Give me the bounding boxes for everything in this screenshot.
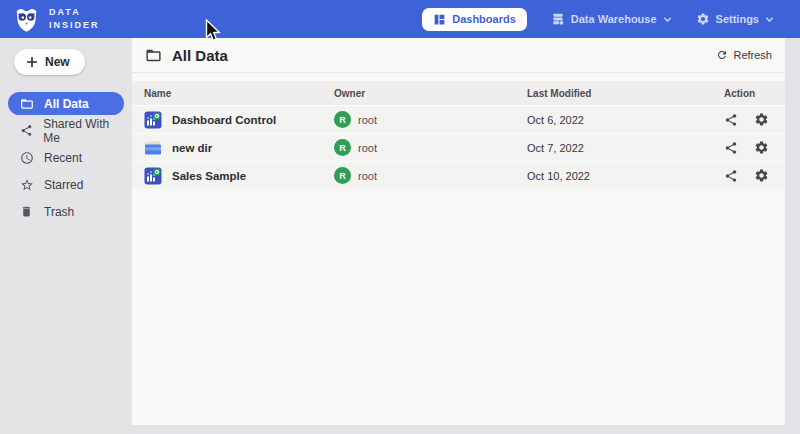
brand-line2: INSIDER [49,19,100,32]
table-row[interactable]: Dashboard Control R root Oct 6, 2022 [132,106,785,134]
star-icon [20,178,34,192]
page-title: All Data [172,47,228,64]
dashboards-label: Dashboards [452,13,516,25]
table-header-row: Name Owner Last Modified Action [132,81,785,106]
brand-text: DATA INSIDER [49,6,100,31]
database-icon [551,12,565,26]
owner-avatar: R [334,167,351,184]
share-icon[interactable] [724,169,738,183]
table-row[interactable]: Sales Sample R root Oct 10, 2022 [132,162,785,190]
sidebar-item-label: Starred [44,178,83,192]
owner-avatar: R [334,111,351,128]
last-modified: Oct 7, 2022 [527,142,724,154]
settings-menu[interactable]: Settings [696,12,774,26]
folder-icon [20,97,34,111]
sidebar-item-starred[interactable]: Starred [8,173,124,196]
owner-name: root [358,114,377,126]
share-icon [20,124,33,137]
gear-icon [696,12,710,26]
file-name: Dashboard Control [172,114,276,126]
sidebar-item-trash[interactable]: Trash [8,200,124,223]
last-modified: Oct 10, 2022 [527,170,724,182]
trash-icon [20,205,34,218]
plus-icon [26,56,38,68]
sidebar-item-shared-with-me[interactable]: Shared With Me [8,119,124,142]
table-row[interactable]: new dir R root Oct 7, 2022 [132,134,785,162]
file-name: new dir [172,142,212,154]
dashboard-grid-icon [433,13,446,26]
dashboards-button[interactable]: Dashboards [422,8,527,31]
column-header-name: Name [144,88,334,99]
sidebar-item-label: Recent [44,151,82,165]
gear-icon[interactable] [754,112,769,127]
dashboard-file-icon [144,167,162,185]
gear-icon[interactable] [754,168,769,183]
chevron-down-icon [663,15,672,24]
owner-name: root [358,170,377,182]
panel-header: All Data Refresh [132,38,785,73]
sidebar-item-label: Shared With Me [43,117,124,145]
sidebar-item-recent[interactable]: Recent [8,146,124,169]
refresh-label: Refresh [733,49,772,61]
sidebar-item-all-data[interactable]: All Data [8,92,124,115]
topbar-nav: Dashboards Data Warehouse [422,8,800,31]
column-header-last-modified: Last Modified [527,88,724,99]
new-button[interactable]: New [14,49,85,75]
owner-avatar: R [334,139,351,156]
folder-file-icon [144,139,162,157]
chevron-down-icon [765,15,774,24]
last-modified: Oct 6, 2022 [527,114,724,126]
file-name: Sales Sample [172,170,246,182]
owner-name: root [358,142,377,154]
dashboard-file-icon [144,111,162,129]
sidebar-item-label: Trash [44,205,74,219]
column-header-owner: Owner [334,88,527,99]
files-table: Name Owner Last Modified Action [132,81,785,190]
brand-line1: DATA [49,6,100,19]
brand: DATA INSIDER [0,6,100,33]
share-icon[interactable] [724,113,738,127]
share-icon[interactable] [724,141,738,155]
refresh-icon [716,49,728,61]
main-panel: All Data Refresh Name Owner Last Modifie… [132,38,785,425]
column-header-action: Action [724,88,785,99]
owl-logo-icon [13,6,40,33]
new-button-label: New [45,55,70,69]
clock-icon [20,151,34,165]
topbar: DATA INSIDER Dashboards Data Wareho [0,0,800,38]
folder-icon [145,47,162,64]
data-warehouse-menu[interactable]: Data Warehouse [551,12,672,26]
sidebar-item-label: All Data [44,97,89,111]
settings-label: Settings [716,13,759,25]
refresh-button[interactable]: Refresh [716,49,772,61]
data-warehouse-label: Data Warehouse [571,13,657,25]
gear-icon[interactable] [754,140,769,155]
sidebar: New All Data Shared With Me Recent [0,38,132,434]
